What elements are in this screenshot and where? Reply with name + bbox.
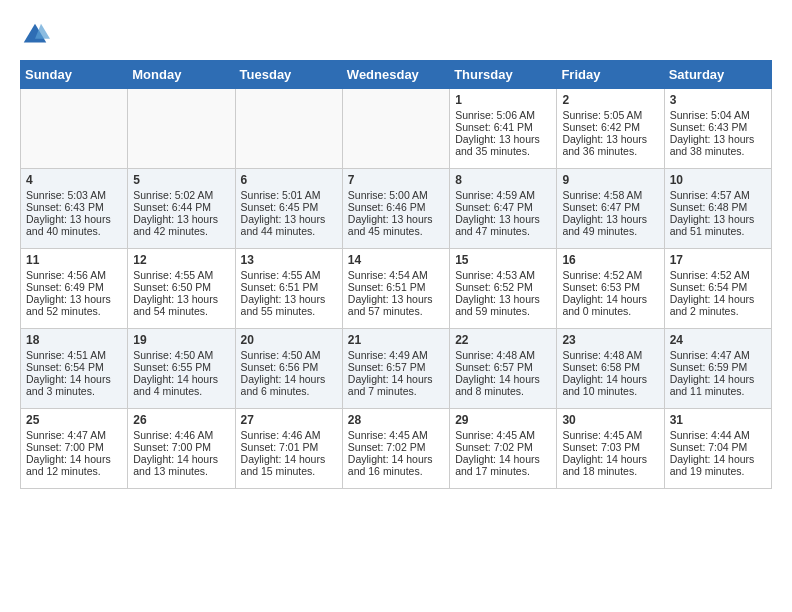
sunrise-text: Sunrise: 4:52 AM — [670, 269, 766, 281]
daylight-text: Daylight: 13 hours and 42 minutes. — [133, 213, 229, 237]
sunset-text: Sunset: 6:43 PM — [26, 201, 122, 213]
sunset-text: Sunset: 6:51 PM — [348, 281, 444, 293]
header-day-friday: Friday — [557, 61, 664, 89]
sunrise-text: Sunrise: 5:00 AM — [348, 189, 444, 201]
daylight-text: Daylight: 13 hours and 44 minutes. — [241, 213, 337, 237]
daylight-text: Daylight: 14 hours and 17 minutes. — [455, 453, 551, 477]
sunrise-text: Sunrise: 4:47 AM — [670, 349, 766, 361]
sunrise-text: Sunrise: 5:06 AM — [455, 109, 551, 121]
day-number: 5 — [133, 173, 229, 187]
day-number: 7 — [348, 173, 444, 187]
sunrise-text: Sunrise: 4:54 AM — [348, 269, 444, 281]
daylight-text: Daylight: 14 hours and 2 minutes. — [670, 293, 766, 317]
calendar-cell: 7Sunrise: 5:00 AMSunset: 6:46 PMDaylight… — [342, 169, 449, 249]
daylight-text: Daylight: 14 hours and 3 minutes. — [26, 373, 122, 397]
daylight-text: Daylight: 13 hours and 40 minutes. — [26, 213, 122, 237]
sunset-text: Sunset: 6:57 PM — [455, 361, 551, 373]
header-day-thursday: Thursday — [450, 61, 557, 89]
day-number: 4 — [26, 173, 122, 187]
day-number: 14 — [348, 253, 444, 267]
daylight-text: Daylight: 13 hours and 54 minutes. — [133, 293, 229, 317]
sunrise-text: Sunrise: 5:01 AM — [241, 189, 337, 201]
sunrise-text: Sunrise: 4:55 AM — [133, 269, 229, 281]
day-number: 29 — [455, 413, 551, 427]
sunset-text: Sunset: 7:03 PM — [562, 441, 658, 453]
calendar-cell: 4Sunrise: 5:03 AMSunset: 6:43 PMDaylight… — [21, 169, 128, 249]
day-number: 21 — [348, 333, 444, 347]
calendar-cell: 16Sunrise: 4:52 AMSunset: 6:53 PMDayligh… — [557, 249, 664, 329]
daylight-text: Daylight: 14 hours and 19 minutes. — [670, 453, 766, 477]
calendar-cell: 25Sunrise: 4:47 AMSunset: 7:00 PMDayligh… — [21, 409, 128, 489]
calendar-body: 1Sunrise: 5:06 AMSunset: 6:41 PMDaylight… — [21, 89, 772, 489]
calendar-cell — [21, 89, 128, 169]
calendar-cell: 22Sunrise: 4:48 AMSunset: 6:57 PMDayligh… — [450, 329, 557, 409]
daylight-text: Daylight: 14 hours and 18 minutes. — [562, 453, 658, 477]
header-day-monday: Monday — [128, 61, 235, 89]
daylight-text: Daylight: 13 hours and 51 minutes. — [670, 213, 766, 237]
daylight-text: Daylight: 13 hours and 38 minutes. — [670, 133, 766, 157]
calendar-week-4: 25Sunrise: 4:47 AMSunset: 7:00 PMDayligh… — [21, 409, 772, 489]
calendar-cell — [342, 89, 449, 169]
day-number: 28 — [348, 413, 444, 427]
daylight-text: Daylight: 13 hours and 35 minutes. — [455, 133, 551, 157]
day-number: 27 — [241, 413, 337, 427]
sunset-text: Sunset: 6:47 PM — [455, 201, 551, 213]
sunrise-text: Sunrise: 4:45 AM — [348, 429, 444, 441]
calendar-cell: 24Sunrise: 4:47 AMSunset: 6:59 PMDayligh… — [664, 329, 771, 409]
sunrise-text: Sunrise: 4:50 AM — [241, 349, 337, 361]
sunrise-text: Sunrise: 5:05 AM — [562, 109, 658, 121]
daylight-text: Daylight: 14 hours and 16 minutes. — [348, 453, 444, 477]
daylight-text: Daylight: 13 hours and 47 minutes. — [455, 213, 551, 237]
day-number: 19 — [133, 333, 229, 347]
day-number: 20 — [241, 333, 337, 347]
sunrise-text: Sunrise: 4:44 AM — [670, 429, 766, 441]
daylight-text: Daylight: 13 hours and 57 minutes. — [348, 293, 444, 317]
day-number: 23 — [562, 333, 658, 347]
calendar-cell: 11Sunrise: 4:56 AMSunset: 6:49 PMDayligh… — [21, 249, 128, 329]
calendar-cell: 6Sunrise: 5:01 AMSunset: 6:45 PMDaylight… — [235, 169, 342, 249]
calendar-cell — [128, 89, 235, 169]
sunrise-text: Sunrise: 4:58 AM — [562, 189, 658, 201]
logo — [20, 20, 54, 50]
day-number: 16 — [562, 253, 658, 267]
sunset-text: Sunset: 6:46 PM — [348, 201, 444, 213]
sunset-text: Sunset: 6:54 PM — [26, 361, 122, 373]
sunset-text: Sunset: 6:58 PM — [562, 361, 658, 373]
sunset-text: Sunset: 6:53 PM — [562, 281, 658, 293]
sunset-text: Sunset: 6:54 PM — [670, 281, 766, 293]
calendar-cell: 26Sunrise: 4:46 AMSunset: 7:00 PMDayligh… — [128, 409, 235, 489]
calendar-cell: 21Sunrise: 4:49 AMSunset: 6:57 PMDayligh… — [342, 329, 449, 409]
day-number: 22 — [455, 333, 551, 347]
sunrise-text: Sunrise: 5:02 AM — [133, 189, 229, 201]
calendar-cell: 29Sunrise: 4:45 AMSunset: 7:02 PMDayligh… — [450, 409, 557, 489]
day-number: 31 — [670, 413, 766, 427]
logo-icon — [20, 20, 50, 50]
sunset-text: Sunset: 7:01 PM — [241, 441, 337, 453]
sunset-text: Sunset: 6:45 PM — [241, 201, 337, 213]
calendar-cell: 17Sunrise: 4:52 AMSunset: 6:54 PMDayligh… — [664, 249, 771, 329]
sunset-text: Sunset: 7:00 PM — [133, 441, 229, 453]
sunset-text: Sunset: 6:55 PM — [133, 361, 229, 373]
calendar-cell: 27Sunrise: 4:46 AMSunset: 7:01 PMDayligh… — [235, 409, 342, 489]
daylight-text: Daylight: 13 hours and 49 minutes. — [562, 213, 658, 237]
sunset-text: Sunset: 6:43 PM — [670, 121, 766, 133]
calendar-table: SundayMondayTuesdayWednesdayThursdayFrid… — [20, 60, 772, 489]
sunrise-text: Sunrise: 4:56 AM — [26, 269, 122, 281]
sunrise-text: Sunrise: 4:49 AM — [348, 349, 444, 361]
page-header — [20, 20, 772, 50]
day-number: 25 — [26, 413, 122, 427]
daylight-text: Daylight: 14 hours and 13 minutes. — [133, 453, 229, 477]
calendar-week-2: 11Sunrise: 4:56 AMSunset: 6:49 PMDayligh… — [21, 249, 772, 329]
calendar-cell: 14Sunrise: 4:54 AMSunset: 6:51 PMDayligh… — [342, 249, 449, 329]
sunrise-text: Sunrise: 4:53 AM — [455, 269, 551, 281]
sunrise-text: Sunrise: 4:57 AM — [670, 189, 766, 201]
day-number: 3 — [670, 93, 766, 107]
day-number: 26 — [133, 413, 229, 427]
daylight-text: Daylight: 14 hours and 7 minutes. — [348, 373, 444, 397]
day-number: 15 — [455, 253, 551, 267]
sunset-text: Sunset: 6:48 PM — [670, 201, 766, 213]
daylight-text: Daylight: 13 hours and 52 minutes. — [26, 293, 122, 317]
sunrise-text: Sunrise: 4:48 AM — [562, 349, 658, 361]
calendar-cell: 18Sunrise: 4:51 AMSunset: 6:54 PMDayligh… — [21, 329, 128, 409]
sunrise-text: Sunrise: 4:50 AM — [133, 349, 229, 361]
